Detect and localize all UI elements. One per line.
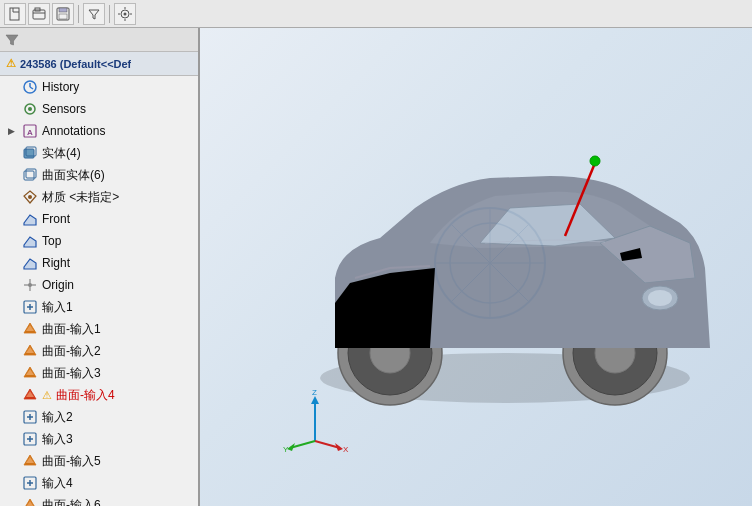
svg-point-28 bbox=[28, 283, 32, 287]
material-label: 材质 <未指定> bbox=[42, 189, 119, 206]
toolbar-target-btn[interactable] bbox=[114, 3, 136, 25]
surface-bodies-icon bbox=[22, 167, 38, 183]
tree-item-material[interactable]: 材质 <未指定> bbox=[0, 186, 198, 208]
tree-body: History Sensors▶ AAnnotations 实体(4) 曲面实体… bbox=[0, 76, 198, 506]
tree-header-title: 243586 (Default<<Def bbox=[20, 58, 131, 70]
svg-text:A: A bbox=[27, 128, 33, 137]
axis-indicator: Z X Y bbox=[280, 386, 350, 456]
sidebar: ⚠ 243586 (Default<<Def History Sensors▶ … bbox=[0, 28, 200, 506]
surface-input6-icon bbox=[22, 497, 38, 506]
tree-item-surface-input2[interactable]: 曲面-输入2 bbox=[0, 340, 198, 362]
filter-icon bbox=[4, 32, 20, 48]
svg-line-16 bbox=[30, 87, 33, 89]
surface-input5-label: 曲面-输入5 bbox=[42, 453, 101, 470]
tree-item-surface-input4[interactable]: ⚠曲面-输入4 bbox=[0, 384, 198, 406]
surface-input4-icon bbox=[22, 387, 38, 403]
top-label: Top bbox=[42, 234, 61, 248]
toolbar-filter-btn[interactable] bbox=[83, 3, 105, 25]
svg-point-18 bbox=[28, 107, 32, 111]
svg-rect-0 bbox=[10, 8, 19, 20]
tree-item-right[interactable]: Right bbox=[0, 252, 198, 274]
filter-bar bbox=[0, 28, 198, 52]
svg-rect-7 bbox=[59, 14, 67, 19]
solid-bodies-icon bbox=[22, 145, 38, 161]
surface-input6-label: 曲面-输入6 bbox=[42, 497, 101, 507]
history-label: History bbox=[42, 80, 79, 94]
sensors-label: Sensors bbox=[42, 102, 86, 116]
solid-bodies-label: 实体(4) bbox=[42, 145, 81, 162]
main-area: ⚠ 243586 (Default<<Def History Sensors▶ … bbox=[0, 28, 752, 506]
annotations-label: Annotations bbox=[42, 124, 105, 138]
right-icon bbox=[22, 255, 38, 271]
toolbar bbox=[0, 0, 752, 28]
svg-point-13 bbox=[124, 12, 127, 15]
toolbar-sep-1 bbox=[78, 5, 79, 23]
origin-label: Origin bbox=[42, 278, 74, 292]
svg-marker-59 bbox=[311, 396, 319, 404]
tree-item-surface-input5[interactable]: 曲面-输入5 bbox=[0, 450, 198, 472]
sensors-icon bbox=[22, 101, 38, 117]
tree-item-sensors[interactable]: Sensors bbox=[0, 98, 198, 120]
tree-item-surface-input3[interactable]: 曲面-输入3 bbox=[0, 362, 198, 384]
svg-point-51 bbox=[590, 156, 600, 166]
input4-icon bbox=[22, 475, 38, 491]
history-icon bbox=[22, 79, 38, 95]
toolbar-save-btn[interactable] bbox=[52, 3, 74, 25]
surface-input3-label: 曲面-输入3 bbox=[42, 365, 101, 382]
tree-item-input4[interactable]: 输入4 bbox=[0, 472, 198, 494]
surface-bodies-label: 曲面实体(6) bbox=[42, 167, 105, 184]
toolbar-sep-2 bbox=[109, 5, 110, 23]
surface-input1-icon bbox=[22, 321, 38, 337]
surface-input2-icon bbox=[22, 343, 38, 359]
toolbar-new-btn[interactable] bbox=[4, 3, 26, 25]
input1-icon bbox=[22, 299, 38, 315]
input4-label: 输入4 bbox=[42, 475, 73, 492]
tree-item-origin[interactable]: Origin bbox=[0, 274, 198, 296]
toolbar-open-btn[interactable] bbox=[28, 3, 50, 25]
surface-input4-warning-icon: ⚠ bbox=[42, 389, 52, 402]
tree-item-input1[interactable]: 输入1 bbox=[0, 296, 198, 318]
surface-input5-icon bbox=[22, 453, 38, 469]
input1-label: 输入1 bbox=[42, 299, 73, 316]
annotations-icon: A bbox=[22, 123, 38, 139]
top-icon bbox=[22, 233, 38, 249]
svg-point-49 bbox=[648, 290, 672, 306]
surface-input1-label: 曲面-输入1 bbox=[42, 321, 101, 338]
expand-arrow: ▶ bbox=[8, 126, 18, 136]
front-label: Front bbox=[42, 212, 70, 226]
tree-item-solid-bodies[interactable]: 实体(4) bbox=[0, 142, 198, 164]
tree-item-front[interactable]: Front bbox=[0, 208, 198, 230]
origin-icon bbox=[22, 277, 38, 293]
tree-item-input3[interactable]: 输入3 bbox=[0, 428, 198, 450]
tree-item-surface-bodies[interactable]: 曲面实体(6) bbox=[0, 164, 198, 186]
tree-item-history[interactable]: History bbox=[0, 76, 198, 98]
surface-input2-label: 曲面-输入2 bbox=[42, 343, 101, 360]
tree-item-annotations[interactable]: ▶ AAnnotations bbox=[0, 120, 198, 142]
tree-item-top[interactable]: Top bbox=[0, 230, 198, 252]
tree-item-surface-input1[interactable]: 曲面-输入1 bbox=[0, 318, 198, 340]
input2-label: 输入2 bbox=[42, 409, 73, 426]
svg-text:X: X bbox=[343, 445, 349, 454]
header-warning-icon: ⚠ bbox=[6, 57, 16, 70]
svg-rect-6 bbox=[59, 8, 67, 12]
tree-item-surface-input6[interactable]: 曲面-输入6 bbox=[0, 494, 198, 506]
right-label: Right bbox=[42, 256, 70, 270]
svg-text:Y: Y bbox=[283, 445, 289, 454]
tree-header: ⚠ 243586 (Default<<Def bbox=[0, 52, 198, 76]
viewport[interactable]: Z X Y bbox=[200, 28, 752, 506]
material-icon bbox=[22, 189, 38, 205]
svg-point-25 bbox=[28, 195, 32, 199]
surface-input3-icon bbox=[22, 365, 38, 381]
input3-icon bbox=[22, 431, 38, 447]
input2-icon bbox=[22, 409, 38, 425]
svg-text:Z: Z bbox=[312, 388, 317, 397]
front-icon bbox=[22, 211, 38, 227]
tree-item-input2[interactable]: 输入2 bbox=[0, 406, 198, 428]
input3-label: 输入3 bbox=[42, 431, 73, 448]
surface-input4-label: 曲面-输入4 bbox=[56, 387, 115, 404]
